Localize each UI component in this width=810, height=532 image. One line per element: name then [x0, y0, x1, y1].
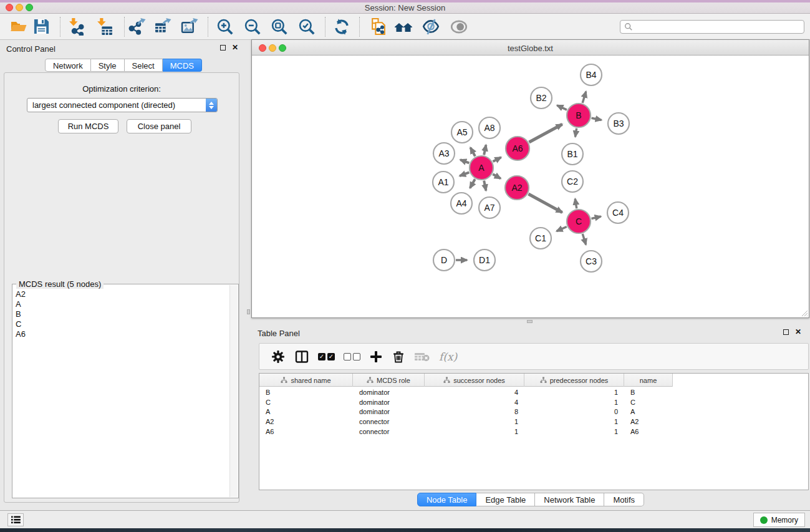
result-item[interactable]: A2 [14, 289, 228, 299]
column-header-predecessor-nodes[interactable]: predecessor nodes [524, 374, 624, 387]
tab-motifs[interactable]: Motifs [604, 493, 644, 506]
tab-select[interactable]: Select [125, 59, 163, 72]
search-box[interactable] [620, 20, 804, 34]
edge-A-A4[interactable] [470, 179, 475, 188]
graph-node-B[interactable]: B [567, 104, 591, 127]
tab-mcds[interactable]: MCDS [163, 59, 202, 72]
tab-network[interactable]: Network [45, 59, 91, 72]
graph-node-C1[interactable]: C1 [530, 228, 551, 249]
float-table-panel-icon[interactable] [783, 329, 789, 335]
table-settings-icon[interactable] [271, 347, 286, 366]
graph-node-A4[interactable]: A4 [451, 193, 472, 214]
graph-node-A1[interactable]: A1 [433, 172, 454, 193]
float-panel-icon[interactable] [220, 45, 226, 51]
edge-C-C2[interactable] [575, 199, 576, 209]
reset-view-icon[interactable] [394, 17, 413, 36]
zoom-selected-icon[interactable] [297, 17, 316, 36]
import-network-icon[interactable] [67, 17, 85, 36]
select-all-icon[interactable]: ✓✓ [318, 347, 335, 366]
zoom-in-icon[interactable] [216, 17, 234, 36]
import-table-icon[interactable] [95, 17, 113, 36]
graph-node-C4[interactable]: C4 [607, 202, 629, 223]
result-scrollbar[interactable] [229, 285, 238, 497]
graph-node-D[interactable]: D [433, 249, 455, 271]
graph-node-A7[interactable]: A7 [479, 197, 500, 218]
edge-A-A8[interactable] [484, 145, 486, 155]
edge-B-B4[interactable] [582, 92, 586, 103]
edge-B-B2[interactable] [557, 105, 567, 110]
table-row[interactable]: A2connector11A2 [259, 417, 808, 427]
graph-node-D1[interactable]: D1 [474, 249, 495, 271]
column-header-name[interactable]: name [624, 374, 673, 387]
show-columns-icon[interactable] [294, 347, 309, 366]
close-table-panel-icon[interactable]: ✕ [795, 329, 801, 335]
graph-node-B1[interactable]: B1 [562, 143, 583, 165]
result-item[interactable]: A6 [14, 329, 228, 339]
tab-node-table[interactable]: Node Table [417, 493, 477, 506]
tab-style[interactable]: Style [91, 59, 125, 72]
zoom-fit-icon[interactable] [270, 17, 289, 36]
divider-grip[interactable] [247, 309, 250, 314]
export-network-icon[interactable] [127, 17, 146, 36]
column-header-shared-name[interactable]: shared name [259, 374, 353, 387]
optimization-criterion-dropdown[interactable]: largest connected component (directed) [27, 98, 218, 112]
resize-grip-icon[interactable] [799, 308, 808, 317]
memory-button[interactable]: Memory [753, 513, 805, 527]
zoom-out-icon[interactable] [243, 17, 262, 36]
search-input[interactable] [633, 22, 800, 31]
close-panel-icon[interactable]: ✕ [232, 44, 238, 51]
edge-A2-C[interactable] [528, 194, 562, 213]
graph-node-C3[interactable]: C3 [581, 251, 602, 272]
graph-node-B2[interactable]: B2 [531, 87, 552, 109]
table-row[interactable]: Bdominator41B [259, 387, 808, 397]
column-header-MCDS-role[interactable]: MCDS role [353, 374, 425, 387]
close-panel-button[interactable]: Close panel [127, 119, 191, 133]
run-mcds-button[interactable]: Run MCDS [58, 119, 118, 133]
edge-A-A3[interactable] [460, 160, 469, 163]
result-item[interactable]: C [14, 319, 228, 329]
graph-node-A[interactable]: A [470, 156, 493, 180]
table-row[interactable]: A6connector11A6 [259, 427, 808, 437]
graph-node-B4[interactable]: B4 [581, 64, 602, 85]
edge-A-A2[interactable] [493, 174, 501, 178]
edge-A6-B[interactable] [529, 124, 562, 142]
hide-graphics-details-icon[interactable] [422, 17, 440, 36]
open-session-icon[interactable] [9, 17, 28, 36]
show-graphics-details-icon[interactable] [450, 17, 468, 36]
graph-node-B3[interactable]: B3 [608, 113, 629, 134]
result-item[interactable]: A [14, 299, 228, 309]
edge-C-C1[interactable] [557, 226, 567, 231]
task-history-button[interactable] [7, 513, 24, 526]
delete-table-icon[interactable] [414, 347, 430, 366]
table-row[interactable]: Cdominator41C [259, 397, 808, 407]
add-row-icon[interactable] [369, 347, 383, 366]
save-session-icon[interactable] [32, 17, 51, 36]
delete-selected-icon[interactable] [392, 347, 405, 366]
edge-B-B3[interactable] [592, 118, 602, 120]
divider-grip[interactable] [527, 320, 533, 323]
graph-node-A6[interactable]: A6 [506, 137, 529, 160]
edge-C-C3[interactable] [582, 234, 586, 244]
table-row[interactable]: Adominator80A [259, 407, 808, 417]
graph-node-A8[interactable]: A8 [479, 117, 500, 138]
edge-B-B1[interactable] [575, 128, 576, 137]
export-image-icon[interactable] [180, 17, 199, 36]
tab-edge-table[interactable]: Edge Table [476, 493, 535, 506]
apply-layout-icon[interactable] [332, 17, 351, 36]
network-window-titlebar[interactable]: testGlobe.txt [252, 40, 809, 56]
graph-node-A5[interactable]: A5 [451, 122, 473, 143]
column-header-successor-nodes[interactable]: successor nodes [425, 374, 524, 387]
export-table-icon[interactable] [153, 17, 172, 36]
tab-network-table[interactable]: Network Table [535, 493, 604, 506]
clone-network-icon[interactable] [369, 17, 387, 36]
deselect-all-icon[interactable] [344, 347, 360, 366]
edge-C-C4[interactable] [591, 216, 600, 218]
edge-A-A7[interactable] [484, 181, 486, 191]
network-canvas[interactable]: B4B2BB3A8A5A6A3B1AC2A1A2A4A7C4CC1DD1C3 [252, 56, 809, 317]
edge-A-A5[interactable] [470, 148, 475, 157]
graph-node-C[interactable]: C [567, 210, 591, 233]
dropdown-stepper-icon[interactable] [206, 99, 217, 112]
edge-A-A1[interactable] [460, 172, 469, 176]
graph-node-A2[interactable]: A2 [505, 176, 529, 200]
graph-node-A3[interactable]: A3 [433, 143, 455, 164]
